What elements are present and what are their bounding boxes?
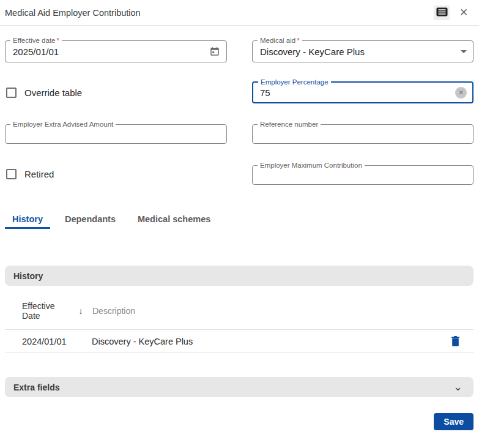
close-icon: ✕ [459, 7, 468, 18]
required-asterisk: * [56, 37, 59, 44]
table-row[interactable]: 2024/01/01 Discovery - KeyCare Plus [5, 329, 473, 353]
audit-list-button[interactable] [434, 6, 450, 20]
sort-desc-icon[interactable]: ↓ [70, 306, 92, 316]
extra-fields-label: Extra fields [13, 383, 453, 392]
calendar-icon[interactable] [209, 46, 220, 57]
column-header-description[interactable]: Description [92, 306, 135, 316]
override-table-label: Override table [24, 88, 82, 98]
dialog-body: Effective date* Medical aid* Override ta… [0, 40, 479, 430]
retired-label: Retired [24, 169, 54, 179]
employer-maximum-contribution-label: Employer Maximum Contribution [258, 161, 365, 170]
dialog-title: Medical Aid Employer Contribution [5, 8, 434, 18]
medical-aid-label: Medical aid* [258, 36, 302, 45]
list-icon [436, 7, 448, 18]
employer-percentage-input[interactable] [260, 88, 455, 98]
checkbox-icon[interactable] [6, 169, 17, 179]
employer-maximum-contribution-input[interactable] [260, 170, 467, 181]
header-actions: ✕ [434, 6, 472, 20]
column-header-effective-date[interactable]: Effective Date [22, 301, 70, 321]
dropdown-caret-icon[interactable] [461, 50, 467, 53]
employer-extra-advised-amount-input[interactable] [13, 129, 220, 140]
reference-number-input[interactable] [260, 129, 467, 140]
clear-icon: ✕ [458, 89, 464, 97]
tab-dependants[interactable]: Dependants [58, 211, 123, 229]
trash-icon [451, 336, 460, 346]
employer-extra-advised-amount-label: Employer Extra Advised Amount [10, 120, 116, 129]
clear-value-button[interactable]: ✕ [455, 87, 467, 99]
effective-date-input[interactable] [13, 47, 209, 57]
retired-checkbox[interactable]: Retired [5, 163, 227, 185]
delete-row-button[interactable] [447, 333, 464, 350]
extra-fields-expander[interactable]: Extra fields ⌄ [5, 377, 473, 397]
history-table-header: Effective Date ↓ Description [5, 286, 473, 329]
chevron-down-icon: ⌄ [453, 384, 462, 390]
override-table-checkbox[interactable]: Override table [5, 81, 227, 103]
tab-bar: History Dependants Medical schemes [5, 211, 473, 229]
employer-maximum-contribution-field[interactable]: Employer Maximum Contribution [252, 165, 473, 185]
employer-extra-advised-amount-field[interactable]: Employer Extra Advised Amount [5, 124, 227, 144]
row-description: Discovery - KeyCare Plus [92, 337, 447, 346]
close-button[interactable]: ✕ [456, 6, 472, 20]
history-section-header: History [5, 266, 473, 286]
medical-aid-select[interactable]: Medical aid* [252, 40, 473, 62]
checkbox-icon[interactable] [6, 88, 17, 98]
history-section-title: History [13, 271, 43, 281]
save-button[interactable]: Save [434, 413, 473, 430]
history-table: Effective Date ↓ Description 2024/01/01 … [5, 286, 473, 353]
effective-date-label: Effective date* [10, 36, 62, 45]
dialog-footer: Save [5, 413, 473, 430]
employer-percentage-field[interactable]: Employer Percentage ✕ [252, 81, 473, 103]
reference-number-field[interactable]: Reference number [252, 124, 473, 144]
reference-number-label: Reference number [258, 120, 321, 129]
tab-history[interactable]: History [5, 211, 50, 229]
tab-medical-schemes[interactable]: Medical schemes [130, 211, 218, 229]
medical-aid-value[interactable] [260, 47, 457, 57]
effective-date-field[interactable]: Effective date* [5, 40, 227, 62]
dialog-header: Medical Aid Employer Contribution ✕ [0, 0, 479, 26]
employer-percentage-label: Employer Percentage [258, 78, 331, 86]
row-effective-date: 2024/01/01 [22, 337, 92, 346]
required-asterisk: * [297, 37, 299, 44]
